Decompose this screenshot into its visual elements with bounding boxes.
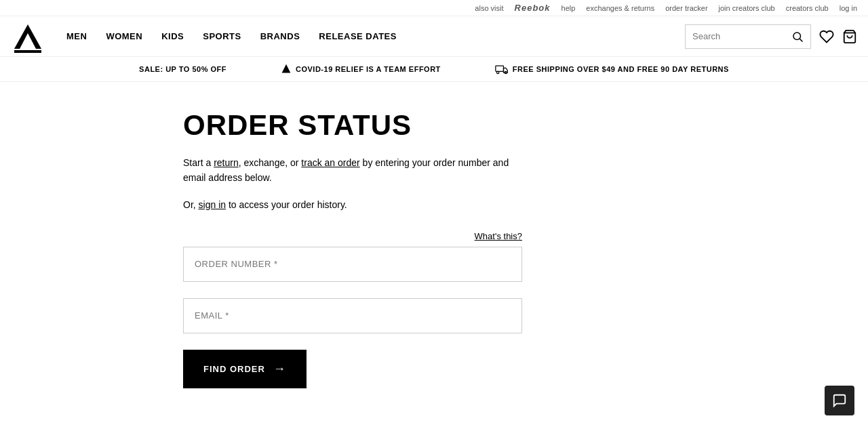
nav-men[interactable]: MEN [66,31,87,41]
email-input[interactable] [183,298,522,333]
main-nav: MEN WOMEN KIDS SPORTS BRANDS RELEASE DAT… [0,16,868,57]
order-number-input[interactable] [183,247,522,282]
promo-shipping-text: FREE SHIPPING OVER $49 AND FREE 90 DAY R… [513,65,729,73]
also-visit-text: also visit [475,4,503,12]
svg-rect-7 [496,66,504,71]
what-this-container: What's this? [183,230,522,241]
page-title: ORDER STATUS [183,109,726,142]
email-field-group [183,298,522,333]
adidas-logo [11,20,45,54]
cart-icon [842,29,857,44]
help-link[interactable]: help [561,4,576,12]
svg-marker-1 [14,24,41,49]
logo-area[interactable] [11,20,45,54]
promo-sale: SALE: UP TO 50% OFF [139,65,226,73]
search-button[interactable] [791,30,804,43]
top-bar: also visit Reebok help exchanges & retur… [0,0,868,16]
creators-club-link[interactable]: creators club [786,4,829,12]
search-icon [791,30,804,43]
promo-covid-text: COVID-19 RELIEF IS A TEAM EFFORT [296,65,441,73]
search-box [685,24,811,49]
svg-point-3 [793,33,801,40]
nav-sports[interactable]: SPORTS [203,31,241,41]
promo-covid: COVID-19 RELIEF IS A TEAM EFFORT [281,64,441,75]
nav-right [685,24,857,49]
svg-line-4 [800,39,802,41]
svg-point-8 [496,71,498,73]
search-input[interactable] [692,31,787,41]
promo-shipping: FREE SHIPPING OVER $49 AND FREE 90 DAY R… [495,64,729,75]
nav-links: MEN WOMEN KIDS SPORTS BRANDS RELEASE DAT… [66,31,685,41]
order-number-field-group [183,247,522,282]
promo-sale-text: SALE: UP TO 50% OFF [139,65,226,73]
sign-in-link[interactable]: sign in [199,199,226,210]
exchanges-returns-link[interactable]: exchanges & returns [586,4,654,12]
what-this-link[interactable]: What's this? [475,231,522,241]
svg-rect-2 [14,50,41,53]
adidas-small-icon [281,64,292,75]
cart-button[interactable] [842,29,857,44]
wishlist-button[interactable] [819,29,834,44]
intro-text: Start a return, exchange, or track an or… [183,155,522,186]
nav-brands[interactable]: BRANDS [260,31,300,41]
promo-bar: SALE: UP TO 50% OFF COVID-19 RELIEF IS A… [0,57,868,82]
find-order-button[interactable]: FIND ORDER → [183,350,307,388]
find-order-label: FIND ORDER [203,364,265,374]
heart-icon [819,29,834,44]
truck-icon [495,64,509,75]
join-creators-club-link[interactable]: join creators club [719,4,775,12]
main-content: ORDER STATUS Start a return, exchange, o… [129,82,739,415]
chat-bubble[interactable] [825,386,854,415]
nav-kids[interactable]: KIDS [161,31,184,41]
reebok-link[interactable]: Reebok [515,3,551,13]
nav-release-dates[interactable]: RELEASE DATES [319,31,397,41]
sign-in-text: Or, sign in to access your order history… [183,199,726,210]
nav-women[interactable]: WOMEN [106,31,142,41]
arrow-icon: → [273,362,286,376]
track-order-link[interactable]: track an order [301,157,359,168]
svg-marker-6 [282,64,291,73]
return-link[interactable]: return [214,157,239,168]
log-in-link[interactable]: log in [840,4,857,12]
order-tracker-link[interactable]: order tracker [665,4,707,12]
chat-icon [832,393,847,408]
